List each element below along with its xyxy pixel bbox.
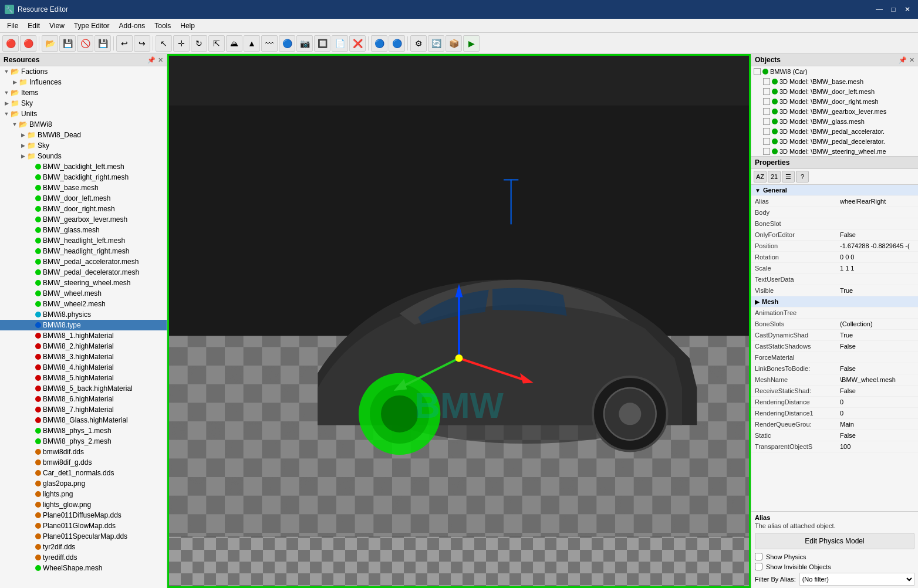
tree-item-tyrediff[interactable]: tyrediff.dds bbox=[0, 552, 167, 563]
tb-open[interactable]: 📂 bbox=[42, 35, 58, 52]
tb-save[interactable]: 💾 bbox=[95, 35, 111, 52]
tb-export[interactable]: 📦 bbox=[446, 35, 462, 52]
close-btn[interactable]: ✕ bbox=[902, 4, 913, 15]
tree-item-mesh5[interactable]: BMW_door_right.mesh bbox=[0, 204, 167, 214]
prop-value-m10[interactable]: Main bbox=[840, 421, 914, 428]
tree-item-mesh10[interactable]: BMW_pedal_accelerator.mesh bbox=[0, 256, 167, 267]
obj-checkbox-4[interactable] bbox=[763, 108, 770, 115]
expand-arrow-sky2[interactable]: ▶ bbox=[19, 141, 27, 150]
prop-value-m11[interactable]: False bbox=[840, 432, 914, 439]
tb-move[interactable]: ✛ bbox=[173, 35, 190, 52]
tb-spline[interactable]: 〰 bbox=[261, 35, 278, 52]
tree-item-plane1[interactable]: Plane011DiffuseMap.dds bbox=[0, 510, 167, 521]
tree-item-mesh2[interactable]: BMW_backlight_right.mesh bbox=[0, 172, 167, 183]
expand-arrow-factions[interactable]: ▼ bbox=[2, 67, 11, 76]
tree-item-mat6[interactable]: BMWi8_6.highMaterial bbox=[0, 394, 167, 404]
expand-arrow-sky[interactable]: ▶ bbox=[2, 99, 11, 107]
tree-item-phys2[interactable]: BMWi8_phys_2.mesh bbox=[0, 436, 167, 447]
tb-new[interactable]: 📄 bbox=[332, 35, 348, 52]
objects-item-8[interactable]: 3D Model: \BMW_steering_wheel.me bbox=[751, 146, 918, 156]
prop-value-g5[interactable]: 0 0 0 bbox=[840, 254, 914, 261]
prop-value-m5[interactable]: False bbox=[840, 365, 914, 372]
prop-value-m9[interactable]: 0 bbox=[840, 410, 914, 417]
tree-item-mat4[interactable]: BMWi8_4.highMaterial bbox=[0, 362, 167, 373]
tb-undo[interactable]: ↩ bbox=[116, 35, 133, 52]
tb-res2[interactable]: 🔵 bbox=[389, 35, 405, 52]
tree-item-lights[interactable]: lights.png bbox=[0, 489, 167, 499]
tree-item-mat5b[interactable]: BMWi8_5_back.highMaterial bbox=[0, 383, 167, 394]
tree-item-phys1[interactable]: BMWi8_phys_1.mesh bbox=[0, 425, 167, 436]
tb-select[interactable]: ↖ bbox=[156, 35, 172, 52]
tb-del2[interactable]: ❌ bbox=[349, 35, 366, 52]
prop-value-m6[interactable]: \BMW_wheel.mesh bbox=[840, 376, 914, 383]
tree-item-bmwi8[interactable]: ▼📂BMWi8 bbox=[0, 119, 167, 130]
general-section-header[interactable]: ▼General bbox=[751, 185, 918, 196]
tree-item-bmwidfg[interactable]: bmwi8dif_g.dds bbox=[0, 457, 167, 468]
tree-item-mat2[interactable]: BMWi8_2.highMaterial bbox=[0, 341, 167, 352]
objects-item-4[interactable]: 3D Model: \BMW_gearbox_lever.mes bbox=[751, 106, 918, 116]
tb-red2[interactable]: 🔴 bbox=[20, 35, 36, 52]
objects-item-0[interactable]: BMWi8 (Car) bbox=[751, 66, 918, 76]
tree-item-mat3[interactable]: BMWi8_3.highMaterial bbox=[0, 352, 167, 362]
tree-item-units[interactable]: ▼📂Units bbox=[0, 109, 167, 119]
objects-item-7[interactable]: 3D Model: \BMW_pedal_decelerator. bbox=[751, 136, 918, 146]
tree-item-mesh3[interactable]: BMW_base.mesh bbox=[0, 183, 167, 193]
tree-item-bmwi8-dead[interactable]: ▶📁BMWi8_Dead bbox=[0, 130, 167, 140]
menu-add-ons[interactable]: Add-ons bbox=[114, 21, 150, 31]
tb-refresh[interactable]: 🔄 bbox=[428, 35, 444, 52]
tree-item-plane2[interactable]: Plane011GlowMap.dds bbox=[0, 521, 167, 531]
sort-alpha-btn[interactable]: AZ bbox=[754, 171, 767, 183]
tree-item-sounds[interactable]: ▶📁Sounds bbox=[0, 151, 167, 161]
props-filter-btn[interactable]: ☰ bbox=[782, 171, 795, 183]
prop-value-m8[interactable]: 0 bbox=[840, 398, 914, 405]
prop-value-g0[interactable]: wheelRearRight bbox=[840, 198, 914, 205]
show-invisible-checkbox[interactable] bbox=[755, 563, 762, 570]
obj-checkbox-6[interactable] bbox=[763, 128, 770, 135]
expand-arrow-bmwi8[interactable]: ▼ bbox=[11, 120, 19, 129]
tree-item-type[interactable]: BMWi8.type bbox=[0, 320, 167, 330]
expand-arrow-units[interactable]: ▼ bbox=[2, 110, 11, 118]
obj-checkbox-2[interactable] bbox=[763, 88, 770, 95]
sort-num-btn[interactable]: 21 bbox=[768, 171, 781, 183]
menu-tools[interactable]: Tools bbox=[150, 21, 176, 31]
objects-item-2[interactable]: 3D Model: \BMW_door_left.mesh bbox=[751, 86, 918, 96]
tree-item-mat7[interactable]: BMWi8_7.highMaterial bbox=[0, 404, 167, 415]
menu-edit[interactable]: Edit bbox=[23, 21, 45, 31]
menu-type-editor[interactable]: Type Editor bbox=[69, 21, 114, 31]
obj-checkbox-7[interactable] bbox=[763, 138, 770, 145]
tree-item-wheelshape[interactable]: WheelShape.mesh bbox=[0, 563, 167, 573]
tree-item-tyr2[interactable]: tyr2dif.dds bbox=[0, 542, 167, 552]
menu-help[interactable]: Help bbox=[176, 21, 200, 31]
tb-save-as[interactable]: 💾 bbox=[59, 35, 76, 52]
tb-rotate[interactable]: ↻ bbox=[191, 35, 207, 52]
tree-item-mesh1[interactable]: BMW_backlight_left.mesh bbox=[0, 161, 167, 172]
objects-item-6[interactable]: 3D Model: \BMW_pedal_accelerator. bbox=[751, 126, 918, 136]
objects-pin-btn[interactable]: 📌 bbox=[899, 56, 907, 64]
tree-item-items[interactable]: ▼📂Items bbox=[0, 87, 167, 98]
close-panel-btn[interactable]: ✕ bbox=[158, 56, 163, 64]
tree-item-physics[interactable]: BMWi8.physics bbox=[0, 309, 167, 320]
tree-item-factions[interactable]: ▼📂Factions bbox=[0, 66, 167, 77]
obj-checkbox-8[interactable] bbox=[763, 148, 770, 155]
objects-item-3[interactable]: 3D Model: \BMW_door_right.mesh bbox=[751, 96, 918, 106]
prop-value-m7[interactable]: False bbox=[840, 387, 914, 394]
prop-value-m1[interactable]: (Collection) bbox=[840, 320, 914, 327]
objects-item-5[interactable]: 3D Model: \BMW_glass.mesh bbox=[751, 116, 918, 126]
prop-value-m2[interactable]: True bbox=[840, 332, 914, 339]
prop-value-g6[interactable]: 1 1 1 bbox=[840, 265, 914, 272]
tree-item-mesh12[interactable]: BMW_steering_wheel.mesh bbox=[0, 278, 167, 288]
obj-checkbox-5[interactable] bbox=[763, 118, 770, 125]
edit-physics-btn[interactable]: Edit Physics Model bbox=[755, 533, 914, 549]
tree-item-mesh7[interactable]: BMW_glass.mesh bbox=[0, 225, 167, 235]
tb-red1[interactable]: 🔴 bbox=[2, 35, 19, 52]
obj-checkbox-0[interactable] bbox=[754, 68, 761, 75]
show-physics-checkbox[interactable] bbox=[755, 553, 762, 560]
tree-item-mesh4[interactable]: BMW_door_left.mesh bbox=[0, 193, 167, 204]
obj-checkbox-3[interactable] bbox=[763, 98, 770, 105]
objects-item-1[interactable]: 3D Model: \BMW_base.mesh bbox=[751, 76, 918, 86]
tree-item-mesh9[interactable]: BMW_headlight_right.mesh bbox=[0, 246, 167, 256]
expand-arrow-influences[interactable]: ▶ bbox=[11, 78, 19, 86]
prop-value-m12[interactable]: 100 bbox=[840, 443, 914, 450]
prop-value-g8[interactable]: True bbox=[840, 287, 914, 294]
tree-item-sky2[interactable]: ▶📁Sky bbox=[0, 140, 167, 151]
